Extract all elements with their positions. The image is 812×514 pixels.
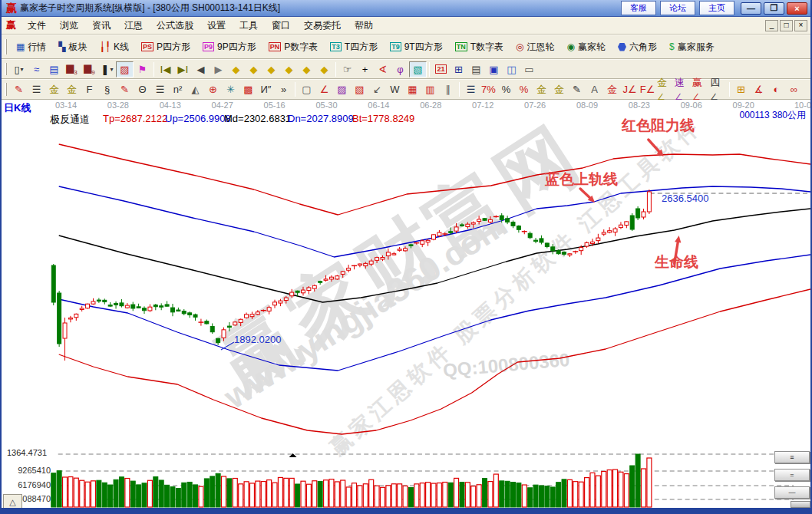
ruler-ticks-button[interactable]: ☰ xyxy=(28,81,45,97)
calculator-button[interactable]: ⊞ xyxy=(450,61,467,77)
expand-panel-button[interactable]: △ xyxy=(3,494,22,508)
t-number-table-button[interactable]: TNT数字表 xyxy=(449,37,510,57)
mdi-restore-button[interactable]: □ xyxy=(780,20,793,31)
hand-tool-button[interactable]: ☞ xyxy=(338,61,356,77)
step-scale-button[interactable]: ☰ xyxy=(462,81,480,97)
info-panel-button[interactable]: ▤ xyxy=(45,61,63,77)
fan-box-red-button[interactable]: ▧ xyxy=(351,81,368,97)
grid-red-button[interactable]: ▦ xyxy=(404,81,421,97)
gold-stack-1-button[interactable]: 金 xyxy=(45,81,63,97)
menu-item-8[interactable]: 交易委托 xyxy=(297,17,348,35)
p-square-button[interactable]: PSP四方形 xyxy=(135,37,196,57)
menu-item-7[interactable]: 窗口 xyxy=(265,17,297,35)
home-button[interactable]: 主页 xyxy=(699,1,734,15)
j-angle-button[interactable]: J∠ xyxy=(621,81,639,97)
time-circle-button[interactable]: Θ xyxy=(134,81,151,97)
angle-measure-button[interactable]: ∢ xyxy=(374,61,391,77)
step-next-button[interactable]: ▶ xyxy=(210,61,227,77)
spiral-button[interactable]: § xyxy=(98,81,116,97)
wave-9-button[interactable]: ▆9 xyxy=(81,61,98,77)
service-button[interactable]: 客服 xyxy=(621,1,656,15)
notes-button[interactable]: ▤ xyxy=(467,61,485,77)
wave-3-button[interactable]: ▆3 xyxy=(63,61,81,77)
winner-service-button[interactable]: $赢家服务 xyxy=(663,37,721,57)
step-prev-button[interactable]: ◀ xyxy=(192,61,210,77)
go-first-button[interactable]: Ⅰ◀ xyxy=(157,61,174,77)
mdi-close-button[interactable]: × xyxy=(794,20,807,31)
save-button[interactable]: ▣ xyxy=(485,61,503,77)
scale-button-1[interactable]: = xyxy=(774,469,810,481)
star-grid-button[interactable]: ✳ xyxy=(222,81,239,97)
trend-lines-button[interactable]: ≈ xyxy=(28,61,45,77)
menu-item-4[interactable]: 公式选股 xyxy=(150,17,200,35)
circle-cross-button[interactable]: ⊕ xyxy=(204,81,222,97)
zoom-slider[interactable] xyxy=(791,501,810,508)
quotes-button[interactable]: ▦行情 xyxy=(10,37,52,57)
p-number-table-button[interactable]: PNP数字表 xyxy=(262,37,325,57)
diamond-left-button[interactable]: ◆ xyxy=(227,61,245,77)
diamond-compress-button[interactable]: ◆ xyxy=(280,61,298,77)
mirror-angle-button[interactable]: ◭ xyxy=(186,81,204,97)
restore-button[interactable]: ❐ xyxy=(764,2,784,15)
forum-button[interactable]: 论坛 xyxy=(660,1,695,15)
close-button[interactable]: × xyxy=(787,2,807,15)
pencil-red-button[interactable]: ✎ xyxy=(10,81,28,97)
box-tool-button[interactable]: ▢ xyxy=(298,81,315,97)
gold-red-button[interactable]: 金 xyxy=(603,81,621,97)
color-histogram-button[interactable]: ⚑ xyxy=(134,61,151,77)
phi-tool-button[interactable]: φ xyxy=(391,61,409,77)
mini-chart-button[interactable]: ∡ xyxy=(750,81,767,97)
menu-item-3[interactable]: 江恩 xyxy=(117,17,150,35)
pattern-red-button[interactable]: ▨ xyxy=(116,61,134,77)
sectors-button[interactable]: ▚板块 xyxy=(52,37,93,57)
more-chevron-button[interactable]: » xyxy=(275,81,292,97)
menu-item-2[interactable]: 资讯 xyxy=(85,17,117,35)
scale-button-2[interactable]: — xyxy=(774,486,810,499)
gold-circle-button[interactable]: 金 xyxy=(533,81,550,97)
si-angle-button[interactable]: 四∠ xyxy=(709,81,727,97)
menu-item-0[interactable]: 文件 xyxy=(21,17,53,35)
mdi-minimize-button[interactable]: _ xyxy=(765,20,778,31)
brush-tool-button[interactable]: ✎ xyxy=(568,81,586,97)
diamond-expand-button[interactable]: ◆ xyxy=(315,61,333,77)
infinity-button[interactable]: ∞ xyxy=(785,81,803,97)
kline-style-button[interactable]: ▯▾ xyxy=(10,61,28,77)
scale-button-0[interactable]: ≡ xyxy=(774,451,810,463)
percent-button[interactable]: % xyxy=(497,81,515,97)
trend-arrows-button[interactable]: ↙ xyxy=(368,81,386,97)
print-button[interactable]: ▭ xyxy=(520,61,538,77)
menu-item-5[interactable]: 设置 xyxy=(200,17,233,35)
f-angle-button[interactable]: F∠ xyxy=(639,81,656,97)
minimize-button[interactable]: — xyxy=(741,2,761,15)
a-wave-button[interactable]: A xyxy=(586,81,603,97)
grid-red-2-button[interactable]: ▥ xyxy=(421,81,439,97)
menu-item-6[interactable]: 工具 xyxy=(233,17,265,35)
kline-button[interactable]: ╽╿K线 xyxy=(94,37,135,57)
parallel-lines-button[interactable]: ∥ xyxy=(439,81,457,97)
f-grid-button[interactable]: F xyxy=(81,81,98,97)
n-square-button[interactable]: n² xyxy=(169,81,186,97)
fan-box-purple-button[interactable]: ▨ xyxy=(333,81,351,97)
gold-stack-2-button[interactable]: 金 xyxy=(63,81,81,97)
diamond-star-button[interactable]: ◆ xyxy=(298,61,315,77)
pencil-ticks-button[interactable]: ✎ xyxy=(116,81,134,97)
diamond-swap-button[interactable]: ◆ xyxy=(262,61,280,77)
menu-item-1[interactable]: 浏览 xyxy=(53,17,85,35)
ying-angle-button[interactable]: 赢∠ xyxy=(692,81,709,97)
9t-square-button[interactable]: T99T四方形 xyxy=(384,37,449,57)
chart-canvas[interactable] xyxy=(2,100,810,508)
diamond-right-button[interactable]: ◆ xyxy=(245,61,262,77)
percent-line-button[interactable]: % xyxy=(515,81,533,97)
grid-box-button[interactable]: ▩ xyxy=(239,81,257,97)
gold-angle-button[interactable]: 金∠ xyxy=(656,81,674,97)
hexagon-button[interactable]: 六角形 xyxy=(612,37,663,57)
winner-wheel-button[interactable]: ◉赢家轮 xyxy=(561,37,612,57)
zigzag-button[interactable]: W xyxy=(386,81,404,97)
menu-item-9[interactable]: 帮助 xyxy=(348,17,380,35)
percent-seven-button[interactable]: 7% xyxy=(480,81,497,97)
pattern-teal-button[interactable]: ▧ xyxy=(409,61,427,77)
calendar-button[interactable]: 21 xyxy=(432,61,450,77)
gold-bars-button[interactable]: 金 xyxy=(550,81,568,97)
yin-yang-button[interactable]: ◐ xyxy=(767,81,785,97)
go-last-button[interactable]: ▶Ⅰ xyxy=(174,61,192,77)
